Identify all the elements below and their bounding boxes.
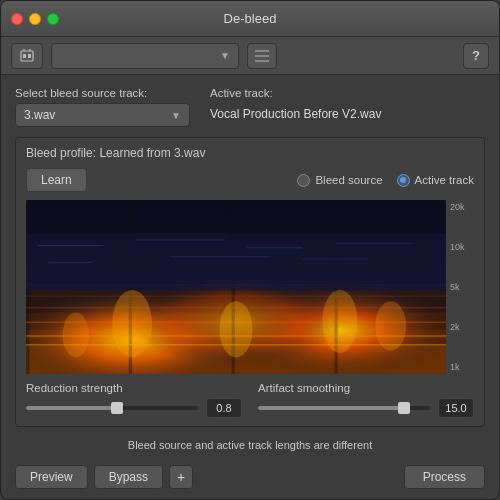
svg-rect-37 xyxy=(48,262,92,263)
spectrogram-container: 20k 10k 5k 2k 1k xyxy=(26,200,474,374)
svg-point-27 xyxy=(112,290,152,357)
svg-rect-39 xyxy=(302,258,368,259)
learn-button[interactable]: Learn xyxy=(26,168,87,192)
reduction-slider-track[interactable] xyxy=(26,406,198,410)
maximize-button[interactable] xyxy=(47,13,59,25)
bleed-source-label: Select bleed source track: xyxy=(15,87,190,99)
reduction-slider-row: 0.8 xyxy=(26,398,242,418)
freq-5k: 5k xyxy=(450,282,474,292)
bleed-source-dropdown[interactable]: 3.wav ▼ xyxy=(15,103,190,127)
radio-bleed-circle xyxy=(297,174,310,187)
artifact-slider-group: Artifact smoothing 15.0 xyxy=(258,382,474,418)
freq-10k: 10k xyxy=(450,242,474,252)
radio-active-track[interactable]: Active track xyxy=(397,174,474,187)
bleed-dropdown-arrow: ▼ xyxy=(171,110,181,121)
track-row: Select bleed source track: 3.wav ▼ Activ… xyxy=(15,87,485,127)
plugin-icon xyxy=(18,47,36,65)
bottom-bar: Preview Bypass + Process xyxy=(1,459,499,499)
bleed-controls-row: Learn Bleed source Active track xyxy=(26,168,474,192)
radio-bleed-label: Bleed source xyxy=(315,174,382,186)
svg-point-28 xyxy=(219,301,252,357)
close-button[interactable] xyxy=(11,13,23,25)
warning-text: Bleed source and active track lengths ar… xyxy=(15,437,485,453)
app-window: De-bleed ▼ ? xyxy=(0,0,500,500)
reduction-value[interactable]: 0.8 xyxy=(206,398,242,418)
process-button[interactable]: Process xyxy=(404,465,485,489)
artifact-slider-fill xyxy=(258,406,404,410)
artifact-value[interactable]: 15.0 xyxy=(438,398,474,418)
list-icon xyxy=(254,49,270,63)
svg-point-29 xyxy=(322,290,357,353)
freq-1k: 1k xyxy=(450,362,474,372)
preview-button[interactable]: Preview xyxy=(15,465,88,489)
dropdown-arrow: ▼ xyxy=(220,50,230,61)
radio-bleed-source[interactable]: Bleed source xyxy=(297,174,382,187)
svg-rect-0 xyxy=(21,51,33,61)
radio-active-circle xyxy=(397,174,410,187)
reduction-slider-group: Reduction strength 0.8 xyxy=(26,382,242,418)
freq-labels: 20k 10k 5k 2k 1k xyxy=(446,200,474,374)
spectrogram-canvas xyxy=(26,200,446,374)
preset-dropdown[interactable]: ▼ xyxy=(51,43,239,69)
help-button[interactable]: ? xyxy=(463,43,489,69)
minimize-button[interactable] xyxy=(29,13,41,25)
svg-rect-38 xyxy=(170,256,269,257)
svg-rect-34 xyxy=(137,239,225,240)
reduction-slider-fill xyxy=(26,406,117,410)
bleed-section: Bleed profile: Learned from 3.wav Learn … xyxy=(15,137,485,427)
active-track-value: Vocal Production Before V2.wav xyxy=(210,103,381,121)
toolbar: ▼ ? xyxy=(1,37,499,75)
main-content: Select bleed source track: 3.wav ▼ Activ… xyxy=(1,75,499,459)
bypass-button[interactable]: Bypass xyxy=(94,465,163,489)
bleed-source-group: Select bleed source track: 3.wav ▼ xyxy=(15,87,190,127)
sliders-row: Reduction strength 0.8 Artifact smoothin… xyxy=(26,382,474,418)
svg-rect-32 xyxy=(26,234,446,290)
freq-20k: 20k xyxy=(450,202,474,212)
svg-point-31 xyxy=(375,301,406,350)
radio-active-label: Active track xyxy=(415,174,474,186)
artifact-slider-track[interactable] xyxy=(258,406,430,410)
svg-rect-4 xyxy=(28,54,31,58)
artifact-slider-thumb[interactable] xyxy=(398,402,410,414)
freq-2k: 2k xyxy=(450,322,474,332)
svg-rect-33 xyxy=(37,245,103,246)
active-track-group: Active track: Vocal Production Before V2… xyxy=(210,87,381,121)
svg-point-30 xyxy=(62,312,89,357)
view-radio-group: Bleed source Active track xyxy=(297,174,474,187)
svg-rect-25 xyxy=(26,296,446,297)
spectrogram-svg xyxy=(26,200,446,374)
list-button[interactable] xyxy=(247,43,277,69)
reduction-slider-thumb[interactable] xyxy=(111,402,123,414)
artifact-label: Artifact smoothing xyxy=(258,382,474,394)
bleed-source-value: 3.wav xyxy=(24,108,55,122)
title-bar: De-bleed xyxy=(1,1,499,37)
svg-rect-36 xyxy=(335,243,412,244)
artifact-slider-row: 15.0 xyxy=(258,398,474,418)
plus-button[interactable]: + xyxy=(169,465,193,489)
plugin-icon-button[interactable] xyxy=(11,43,43,69)
active-track-label: Active track: xyxy=(210,87,381,99)
bleed-profile-label: Bleed profile: Learned from 3.wav xyxy=(26,146,474,160)
svg-rect-35 xyxy=(247,247,302,248)
traffic-lights xyxy=(11,13,59,25)
window-title: De-bleed xyxy=(224,11,277,26)
svg-rect-3 xyxy=(23,54,26,58)
reduction-label: Reduction strength xyxy=(26,382,242,394)
